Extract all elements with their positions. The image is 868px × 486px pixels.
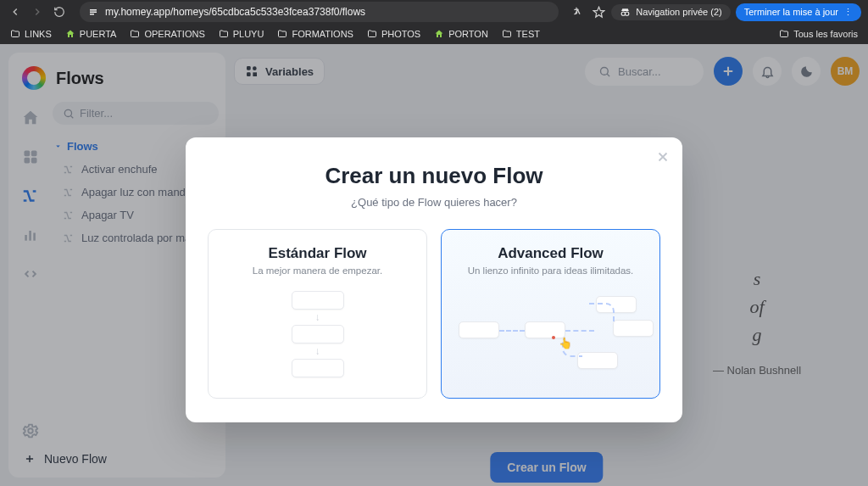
option-subtitle: Un lienzo infinito para ideas ilimitadas…	[453, 265, 648, 276]
folder-icon	[367, 29, 377, 39]
translate-icon[interactable]	[570, 5, 586, 19]
bookmark-puerta[interactable]: PUERTA	[65, 29, 117, 39]
bookmark-star-icon[interactable]	[591, 6, 606, 19]
option-standard-flow[interactable]: Estándar Flow La mejor manera de empezar…	[208, 229, 427, 399]
forward-button[interactable]	[29, 3, 46, 20]
bookmark-pluyu[interactable]: PLUYU	[219, 29, 264, 39]
browser-chrome: my.homey.app/homeys/65cdbca5c533e3fcea37…	[0, 0, 868, 44]
svg-rect-1	[90, 12, 97, 14]
bookmark-photos[interactable]: PHOTOS	[367, 29, 420, 39]
update-button[interactable]: Terminer la mise à jour⋮	[736, 3, 861, 21]
svg-point-4	[626, 11, 629, 14]
folder-icon	[130, 29, 140, 39]
advanced-diagram: 👆	[453, 288, 648, 381]
folder-icon	[502, 29, 512, 39]
folder-icon	[277, 29, 287, 39]
close-icon	[655, 149, 670, 165]
bookmark-porton[interactable]: PORTON	[434, 29, 488, 39]
bookmark-links[interactable]: LINKS	[10, 29, 52, 39]
bookmark-test[interactable]: TEST	[502, 29, 540, 39]
modal-overlay[interactable]: Crear un nuevo Flow ¿Qué tipo de Flow qu…	[0, 44, 868, 486]
back-button[interactable]	[7, 3, 24, 20]
incognito-indicator[interactable]: Navigation privée (2)	[611, 4, 731, 20]
option-advanced-flow[interactable]: Advanced Flow Un lienzo infinito para id…	[441, 229, 660, 399]
url-text: my.homey.app/homeys/65cdbca5c533e3fcea37…	[105, 6, 365, 18]
svg-rect-2	[90, 14, 94, 15]
modal-title: Crear un nuevo Flow	[208, 163, 660, 189]
svg-point-3	[621, 11, 625, 14]
site-info-icon	[88, 7, 98, 17]
bookmark-formations[interactable]: FORMATIONS	[277, 29, 353, 39]
site-icon	[434, 29, 444, 39]
svg-rect-0	[90, 9, 97, 11]
all-bookmarks[interactable]: Tous les favoris	[779, 29, 858, 39]
folder-icon	[10, 29, 20, 39]
url-bar[interactable]: my.homey.app/homeys/65cdbca5c533e3fcea37…	[80, 2, 559, 22]
folder-icon	[779, 29, 789, 39]
standard-diagram: ↓ ↓	[220, 291, 415, 377]
cursor-icon: 👆	[559, 337, 572, 349]
modal-subtitle: ¿Qué tipo de Flow quieres hacer?	[208, 196, 660, 209]
reload-button[interactable]	[51, 3, 68, 20]
option-subtitle: La mejor manera de empezar.	[220, 265, 415, 276]
folder-icon	[219, 29, 229, 39]
site-icon	[65, 29, 75, 39]
option-title: Estándar Flow	[220, 245, 415, 262]
option-title: Advanced Flow	[453, 245, 648, 262]
create-flow-modal: Crear un nuevo Flow ¿Qué tipo de Flow qu…	[186, 137, 682, 422]
close-button[interactable]	[655, 149, 670, 165]
incognito-icon	[620, 7, 631, 18]
bookmark-operations[interactable]: OPERATIONS	[130, 29, 204, 39]
